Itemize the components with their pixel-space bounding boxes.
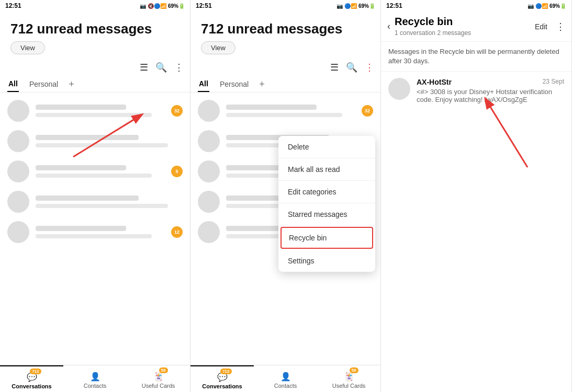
recycle-bin-header: ‹ Recycle bin 1 conversation 2 messages …: [381, 11, 571, 42]
nav-label: Useful Cards: [332, 383, 366, 389]
unread-banner-1: 712 unread messages View: [0, 11, 190, 59]
view-button-2[interactable]: View: [201, 41, 235, 54]
status-icons-2: 📷 🔵📶 69%🔋: [337, 3, 375, 9]
bottom-nav-1: 💬 Conversations 712 👤 Contacts 🃏 Useful …: [0, 365, 190, 392]
list-item[interactable]: [0, 187, 190, 217]
msg-content: [36, 195, 183, 208]
contacts-icon: 👤: [90, 372, 100, 382]
conversations-badge: 712: [30, 368, 41, 374]
message-date: 23 Sept: [543, 78, 564, 86]
filter-icon-1[interactable]: ☰: [140, 62, 148, 73]
panel2: 12:51 📷 🔵📶 69%🔋 712 unread messages View…: [190, 0, 381, 392]
bottom-nav-2: 💬 Conversations 712 👤 Contacts 🃏 Useful …: [190, 365, 380, 392]
list-item[interactable]: 12: [0, 217, 190, 247]
camera-icon: 📷: [140, 3, 146, 9]
avatar: [198, 100, 220, 122]
tab-add-2[interactable]: +: [259, 79, 265, 90]
more-options-icon[interactable]: ⋮: [556, 21, 565, 32]
time-1: 12:51: [5, 2, 21, 9]
edit-button[interactable]: Edit: [535, 22, 547, 31]
avatar: [7, 100, 29, 122]
more-icon-1[interactable]: ⋮: [174, 62, 184, 73]
recycle-message-item[interactable]: AX-HotStr 23 Sept <#> 3008 is your Disne…: [381, 72, 571, 110]
status-icons-3: 📷 🔵📶 69%🔋: [528, 3, 566, 9]
nav-conversations-1[interactable]: 💬 Conversations 712: [0, 365, 63, 392]
msg-content: [226, 105, 355, 117]
signal-icons: 🔇🔵📶 69%🔋: [148, 3, 185, 9]
tab-add-1[interactable]: +: [69, 79, 74, 90]
signal-icons-2: 🔵📶 69%🔋: [344, 3, 375, 9]
message-preview: <#> 3008 is your Disney+ Hotstar verific…: [417, 88, 564, 103]
conversation-count: 1 conversation 2 messages: [395, 29, 471, 37]
dropdown-edit-categories[interactable]: Edit categories: [278, 181, 375, 203]
nav-label: Conversations: [12, 383, 51, 389]
msg-preview: [36, 113, 152, 117]
view-button-1[interactable]: View: [10, 41, 45, 54]
list-item[interactable]: 5: [0, 156, 190, 187]
filter-icon-2[interactable]: ☰: [330, 62, 339, 73]
avatar: [198, 221, 220, 243]
msg-name: [36, 105, 126, 110]
avatar: [198, 191, 220, 213]
list-item[interactable]: 32: [0, 96, 190, 126]
avatar: [388, 78, 410, 100]
recycle-message-content: AX-HotStr 23 Sept <#> 3008 is your Disne…: [417, 78, 564, 103]
nav-contacts-2[interactable]: 👤 Contacts: [254, 365, 317, 392]
tab-personal-1[interactable]: Personal: [28, 77, 59, 91]
msg-name: [36, 165, 126, 170]
dropdown-starred-messages[interactable]: Starred messages: [278, 203, 375, 226]
msg-preview: [36, 174, 152, 178]
status-bar-1: 12:51 📷 🔇🔵📶 69%🔋: [0, 0, 190, 11]
msg-preview: [36, 143, 168, 147]
msg-content: [36, 226, 165, 238]
useful-cards-badge: 58: [159, 367, 168, 373]
msg-name: [36, 226, 126, 231]
tab-personal-2[interactable]: Personal: [219, 77, 250, 91]
search-icon-2[interactable]: 🔍: [346, 62, 357, 73]
avatar: [198, 160, 220, 182]
signal-icons-3: 🔵📶 69%🔋: [535, 3, 566, 9]
back-button[interactable]: ‹: [387, 21, 390, 32]
msg-badge: 32: [171, 105, 183, 117]
dropdown-mark-all-read[interactable]: Mark all as read: [278, 158, 375, 181]
nav-conversations-2[interactable]: 💬 Conversations 712: [190, 365, 254, 392]
recycle-bin-title-group: Recycle bin 1 conversation 2 messages: [395, 16, 531, 37]
tab-all-2[interactable]: All: [198, 76, 209, 92]
sender-name: AX-HotStr: [417, 78, 452, 86]
avatar: [7, 221, 29, 243]
msg-content: [36, 135, 183, 147]
nav-label: Contacts: [274, 383, 297, 389]
tab-all-1[interactable]: All: [7, 76, 19, 92]
avatar: [7, 130, 29, 152]
msg-preview: [36, 234, 152, 238]
toolbar-1: ☰ 🔍 ⋮: [0, 59, 190, 76]
avatar: [7, 160, 29, 182]
list-item[interactable]: [0, 126, 190, 156]
status-bar-2: 12:51 📷 🔵📶 69%🔋: [190, 0, 380, 11]
nav-label: Contacts: [84, 383, 106, 389]
time-2: 12:51: [196, 2, 212, 9]
msg-badge: 32: [362, 105, 373, 117]
dropdown-delete[interactable]: Delete: [278, 136, 375, 158]
useful-cards-badge-2: 58: [350, 367, 358, 373]
camera-icon-3: 📷: [528, 3, 534, 9]
msg-preview: [226, 113, 342, 117]
dropdown-settings[interactable]: Settings: [278, 250, 375, 272]
unread-banner-2: 712 unread messages View: [190, 11, 380, 59]
msg-content: [36, 105, 165, 117]
msg-badge: 12: [171, 226, 183, 238]
message-list-1: 32 5: [0, 93, 190, 365]
panel3: 12:51 📷 🔵📶 69%🔋 ‹ Recycle bin 1 conversa…: [381, 0, 572, 392]
list-item[interactable]: 32: [190, 96, 380, 126]
msg-badge: 5: [171, 166, 183, 177]
unread-title-2: 712 unread messages: [201, 21, 370, 37]
camera-icon-2: 📷: [337, 3, 343, 9]
nav-contacts-1[interactable]: 👤 Contacts: [63, 365, 127, 392]
nav-useful-cards-2[interactable]: 🃏 Useful Cards 58: [317, 365, 380, 392]
conversations-badge-2: 712: [220, 368, 231, 374]
nav-useful-cards-1[interactable]: 🃏 Useful Cards 58: [127, 365, 190, 392]
more-icon-2[interactable]: ⋮: [365, 62, 374, 73]
page-title: Recycle bin: [395, 16, 531, 28]
search-icon-1[interactable]: 🔍: [155, 62, 167, 73]
dropdown-recycle-bin[interactable]: Recycle bin: [281, 227, 373, 249]
